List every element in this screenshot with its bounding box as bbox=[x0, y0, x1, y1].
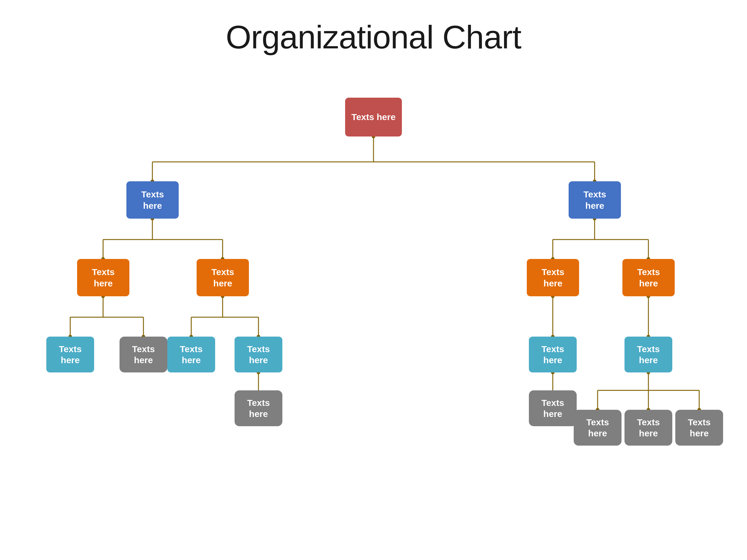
node-l1a: Texts here bbox=[126, 181, 179, 219]
node-l2d: Texts here bbox=[622, 259, 675, 296]
node-l2a: Texts here bbox=[77, 259, 129, 296]
node-root: Texts here bbox=[345, 98, 402, 136]
node-l1b: Texts here bbox=[569, 181, 621, 219]
node-l3a: Texts here bbox=[46, 337, 94, 372]
node-l4c: Texts here bbox=[574, 410, 621, 446]
page-title: Organizational Chart bbox=[226, 18, 521, 56]
node-l3c: Texts here bbox=[167, 337, 215, 372]
org-chart: Texts here Texts here Texts here Texts h… bbox=[15, 74, 732, 560]
node-l3d: Texts here bbox=[235, 337, 282, 372]
node-l3e: Texts here bbox=[529, 337, 577, 372]
node-l4d: Texts here bbox=[624, 410, 672, 446]
node-l4a: Texts here bbox=[235, 390, 282, 426]
node-l3b: Texts here bbox=[120, 337, 167, 372]
node-l3f: Texts here bbox=[624, 337, 672, 372]
connector-lines bbox=[15, 74, 732, 560]
node-l4e: Texts here bbox=[675, 410, 723, 446]
node-l2c: Texts here bbox=[527, 259, 579, 296]
node-l2b: Texts here bbox=[197, 259, 249, 296]
node-l4b: Texts here bbox=[529, 390, 577, 426]
